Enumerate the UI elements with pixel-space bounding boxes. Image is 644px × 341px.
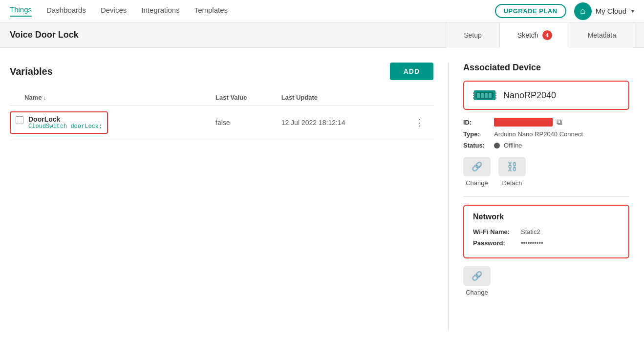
sketch-badge: 4 bbox=[542, 30, 552, 40]
cloud-label: My Cloud bbox=[596, 7, 626, 15]
change-network-button[interactable]: 🔗 Change bbox=[463, 266, 491, 296]
network-change-label: Change bbox=[466, 289, 488, 296]
svg-rect-8 bbox=[473, 97, 474, 99]
password-row: Password: •••••••••• bbox=[473, 239, 620, 247]
variables-panel: Variables ADD Name ↓ Last Value Last Upd… bbox=[10, 63, 449, 331]
detach-device-button[interactable]: ⛓️ Detach bbox=[498, 157, 526, 187]
col-last-update: Last Update bbox=[281, 90, 415, 106]
network-link-icon: 🔗 bbox=[463, 266, 491, 286]
chevron-down-icon: ▾ bbox=[631, 8, 634, 15]
detach-icon: ⛓️ bbox=[498, 157, 526, 176]
network-card: Network Wi-Fi Name: Static2 Password: ••… bbox=[463, 205, 629, 258]
variable-code: CloudSwitch doorLock; bbox=[28, 123, 102, 130]
upgrade-plan-button[interactable]: UPGRADE PLAN bbox=[495, 4, 566, 18]
password-label: Password: bbox=[473, 239, 517, 247]
sub-header: Voice Door Lock Setup Sketch 4 Metadata bbox=[0, 22, 644, 48]
cloud-icon: ⌂ bbox=[574, 2, 592, 20]
add-variable-button[interactable]: ADD bbox=[390, 63, 433, 80]
svg-rect-4 bbox=[485, 93, 488, 98]
network-title: Network bbox=[473, 213, 620, 221]
page-title: Voice Door Lock bbox=[10, 30, 446, 40]
svg-rect-9 bbox=[495, 92, 496, 94]
svg-rect-5 bbox=[489, 93, 492, 98]
wifi-name-label: Wi-Fi Name: bbox=[473, 228, 517, 235]
top-navigation: Things Dashboards Devices Integrations T… bbox=[0, 0, 644, 22]
col-name: Name ↓ bbox=[10, 90, 215, 106]
svg-rect-11 bbox=[495, 97, 496, 99]
nav-right: UPGRADE PLAN ⌂ My Cloud ▾ bbox=[495, 2, 634, 20]
device-chip-icon bbox=[473, 88, 496, 102]
associated-device-title: Associated Device bbox=[463, 63, 629, 73]
change-label: Change bbox=[466, 179, 488, 187]
variable-checkbox[interactable] bbox=[16, 116, 23, 124]
col-last-value: Last Value bbox=[215, 90, 281, 106]
more-options-icon[interactable]: ⋮ bbox=[415, 118, 424, 128]
status-value: Offline bbox=[504, 142, 522, 149]
svg-rect-2 bbox=[477, 93, 480, 98]
main-content: Variables ADD Name ↓ Last Value Last Upd… bbox=[0, 48, 644, 341]
status-label: Status: bbox=[463, 142, 490, 149]
tab-metadata-label: Metadata bbox=[588, 31, 616, 39]
tab-sketch-label: Sketch bbox=[517, 31, 538, 39]
variable-last-update: 12 Jul 2022 18:12:14 bbox=[281, 106, 415, 140]
right-panel: Associated Device N bbox=[449, 63, 634, 331]
variable-last-value: false bbox=[215, 106, 281, 140]
tab-bar: Setup Sketch 4 Metadata bbox=[446, 22, 634, 48]
nav-link-things[interactable]: Things bbox=[10, 5, 32, 17]
svg-rect-6 bbox=[473, 92, 474, 94]
type-row: Type: Arduino Nano RP2040 Connect bbox=[463, 130, 629, 138]
wifi-name-row: Wi-Fi Name: Static2 bbox=[473, 228, 620, 235]
var-info: DoorLock CloudSwitch doorLock; bbox=[28, 115, 102, 130]
status-row: Status: Offline bbox=[463, 142, 629, 149]
wifi-name-value: Static2 bbox=[521, 228, 540, 235]
col-actions bbox=[415, 90, 433, 106]
var-more-actions[interactable]: ⋮ bbox=[415, 106, 433, 140]
device-details: ID: ⧉ Type: Arduino Nano RP2040 Connect … bbox=[463, 118, 629, 149]
nav-link-devices[interactable]: Devices bbox=[101, 6, 127, 16]
tab-setup[interactable]: Setup bbox=[446, 22, 500, 48]
tab-metadata[interactable]: Metadata bbox=[570, 22, 634, 48]
status-dot-icon bbox=[494, 143, 500, 149]
device-name: NanoRP2040 bbox=[503, 90, 556, 101]
nav-link-integrations[interactable]: Integrations bbox=[141, 6, 179, 16]
tab-setup-label: Setup bbox=[464, 31, 482, 39]
cloud-menu[interactable]: ⌂ My Cloud ▾ bbox=[574, 2, 634, 20]
chip-svg-icon bbox=[473, 88, 496, 102]
nav-links: Things Dashboards Devices Integrations T… bbox=[10, 5, 495, 17]
nav-link-dashboards[interactable]: Dashboards bbox=[46, 6, 86, 16]
divider bbox=[463, 196, 629, 197]
type-value: Arduino Nano RP2040 Connect bbox=[494, 130, 583, 138]
svg-rect-3 bbox=[481, 93, 484, 98]
variables-header: Variables ADD bbox=[10, 63, 433, 80]
variables-title: Variables bbox=[10, 66, 53, 77]
detach-label: Detach bbox=[502, 179, 522, 187]
nav-link-templates[interactable]: Templates bbox=[194, 6, 228, 16]
id-label: ID: bbox=[463, 119, 490, 126]
device-card: NanoRP2040 bbox=[463, 81, 629, 110]
copy-icon[interactable]: ⧉ bbox=[557, 118, 562, 127]
home-icon: ⌂ bbox=[580, 6, 585, 16]
var-name-cell: DoorLock CloudSwitch doorLock; bbox=[10, 106, 215, 140]
svg-rect-10 bbox=[495, 95, 496, 96]
device-action-buttons: 🔗 Change ⛓️ Detach bbox=[463, 157, 629, 187]
password-value: •••••••••• bbox=[521, 239, 543, 247]
tab-sketch[interactable]: Sketch 4 bbox=[500, 22, 570, 48]
link-icon: 🔗 bbox=[463, 157, 491, 176]
change-device-button[interactable]: 🔗 Change bbox=[463, 157, 491, 187]
svg-rect-7 bbox=[473, 95, 474, 96]
variables-table: Name ↓ Last Value Last Update DoorLock bbox=[10, 90, 433, 140]
id-row: ID: ⧉ bbox=[463, 118, 629, 127]
sort-arrow-icon: ↓ bbox=[43, 95, 46, 101]
type-label: Type: bbox=[463, 130, 490, 138]
variable-name: DoorLock bbox=[28, 115, 102, 123]
table-row: DoorLock CloudSwitch doorLock; false 12 … bbox=[10, 106, 433, 140]
device-id-value bbox=[494, 118, 553, 127]
